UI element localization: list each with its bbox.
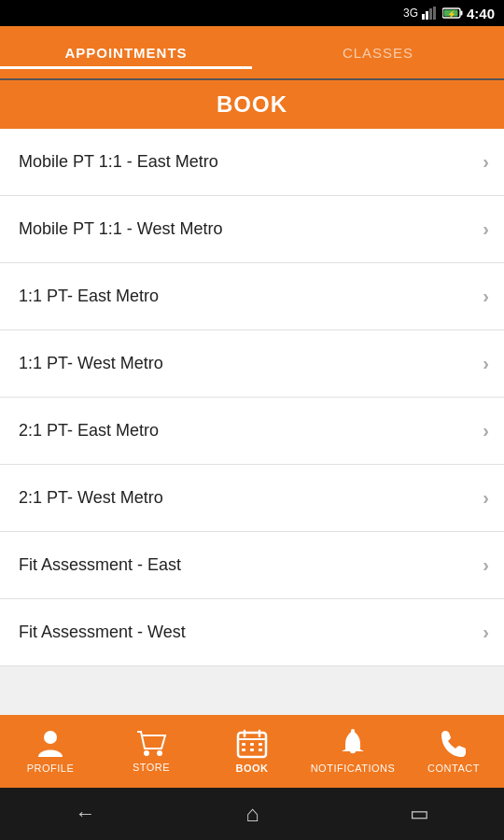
list-item-text: 1:1 PT- East Metro [19, 287, 159, 306]
signal-icon [422, 7, 439, 20]
book-header: BOOK [0, 80, 504, 129]
svg-rect-15 [242, 743, 245, 746]
svg-rect-5 [460, 11, 462, 16]
list-item-text: Mobile PT 1:1 - West Metro [19, 219, 222, 239]
nav-item-profile[interactable]: PROFILE [0, 729, 101, 774]
nav-label-book: BOOK [236, 763, 269, 774]
list-item-text: 1:1 PT- West Metro [19, 354, 163, 373]
list-item[interactable]: Fit Assessment - West › [0, 599, 504, 666]
nav-label-contact: CONTACT [427, 763, 480, 774]
svg-point-10 [157, 750, 162, 756]
list-item[interactable]: Mobile PT 1:1 - West Metro › [0, 196, 504, 263]
home-button[interactable]: ⌂ [236, 791, 269, 836]
clock: 4:40 [467, 6, 495, 21]
tab-appointments[interactable]: APPOINTMENTS [0, 45, 252, 78]
calendar-icon [236, 729, 268, 759]
recent-apps-button[interactable]: ▭ [400, 792, 439, 835]
nav-label-notifications: NOTIFICATIONS [311, 763, 396, 774]
svg-point-21 [351, 729, 355, 733]
svg-point-8 [44, 731, 57, 744]
chevron-icon: › [483, 420, 489, 441]
nav-label-profile: PROFILE [27, 763, 75, 774]
chevron-icon: › [483, 286, 489, 307]
bell-icon [340, 729, 366, 759]
chevron-icon: › [483, 487, 489, 509]
list-item[interactable]: 2:1 PT- West Metro › [0, 465, 504, 532]
svg-rect-1 [426, 11, 428, 20]
tab-classes-label: CLASSES [343, 45, 413, 61]
tab-appointments-label: APPOINTMENTS [64, 45, 187, 61]
svg-rect-3 [433, 7, 436, 20]
main-content: APPOINTMENTS CLASSES BOOK Mobile PT 1:1 … [0, 26, 504, 715]
svg-rect-19 [250, 749, 254, 751]
svg-point-9 [144, 750, 149, 756]
list-item-text: 2:1 PT- West Metro [19, 488, 163, 508]
svg-rect-20 [259, 749, 262, 751]
phone-icon [440, 729, 468, 759]
list-item-text: 2:1 PT- East Metro [19, 421, 159, 441]
svg-text:⚡: ⚡ [447, 9, 456, 19]
list-item-text: Fit Assessment - East [19, 555, 181, 575]
list-item[interactable]: Mobile PT 1:1 - East Metro › [0, 129, 504, 196]
svg-rect-16 [250, 743, 254, 746]
person-icon [36, 729, 64, 759]
list-item-text: Fit Assessment - West [19, 623, 186, 642]
cart-icon [135, 730, 167, 758]
android-nav-bar: ← ⌂ ▭ [0, 788, 504, 840]
svg-rect-18 [242, 749, 245, 751]
svg-rect-0 [422, 14, 425, 20]
nav-item-book[interactable]: BOOK [202, 729, 302, 774]
nav-item-contact[interactable]: CONTACT [403, 729, 504, 774]
chevron-icon: › [483, 554, 489, 576]
chevron-icon: › [483, 353, 489, 374]
list-item[interactable]: 1:1 PT- East Metro › [0, 263, 504, 330]
book-header-title: BOOK [217, 91, 287, 118]
chevron-icon: › [483, 151, 489, 173]
tab-classes[interactable]: CLASSES [252, 45, 504, 78]
tab-classes-underline [252, 66, 504, 69]
list-item[interactable]: Fit Assessment - East › [0, 532, 504, 599]
tab-bar: APPOINTMENTS CLASSES [0, 26, 504, 78]
status-icons: 3G ⚡ 4:40 [403, 6, 495, 21]
list-item[interactable]: 1:1 PT- West Metro › [0, 330, 504, 398]
chevron-icon: › [483, 622, 489, 643]
svg-rect-17 [259, 743, 262, 746]
signal-text: 3G [403, 7, 418, 20]
bottom-nav: PROFILE STORE BOOK [0, 715, 504, 788]
battery-icon: ⚡ [442, 7, 463, 19]
nav-item-notifications[interactable]: NOTIFICATIONS [302, 729, 403, 774]
tab-appointments-underline [0, 66, 252, 69]
chevron-icon: › [483, 218, 489, 240]
nav-item-store[interactable]: STORE [101, 730, 202, 773]
svg-rect-2 [429, 8, 432, 20]
list-item-text: Mobile PT 1:1 - East Metro [19, 152, 218, 172]
status-bar: 3G ⚡ 4:40 [0, 0, 504, 26]
back-button[interactable]: ← [65, 792, 105, 835]
nav-label-store: STORE [133, 762, 170, 773]
list-item[interactable]: 2:1 PT- East Metro › [0, 398, 504, 465]
list-container: Mobile PT 1:1 - East Metro › Mobile PT 1… [0, 129, 504, 715]
